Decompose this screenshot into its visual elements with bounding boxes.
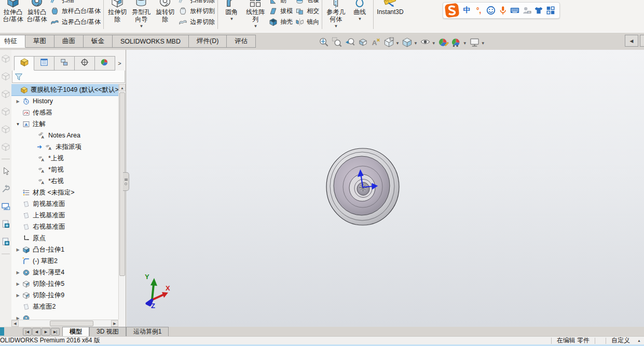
boundary-boss-button[interactable]: 边界凸台/基体 [50, 17, 101, 27]
chinese-mode-icon[interactable]: 中 [461, 4, 473, 17]
loft-cut-button[interactable]: 放样切割 [178, 6, 215, 17]
tab-曲面[interactable]: 曲面 [54, 35, 84, 48]
loft-boss-button[interactable]: 放样凸台/基体 [50, 6, 101, 17]
tree-vertical-scrollbar[interactable]: ▲ [118, 84, 126, 320]
extrude-boss-button[interactable]: 拉伸凸台/基体 [1, 0, 25, 23]
tree-item[interactable]: 上视基准面 [11, 210, 118, 221]
sweep-cut-button[interactable]: 扫描切除 [178, 0, 215, 6]
annotation-view-button[interactable]: A [369, 36, 382, 50]
tab-钣金[interactable]: 钣金 [84, 35, 113, 48]
expand-down-icon[interactable]: ▼ [15, 122, 21, 127]
revolve-cut-button[interactable]: 旋转切除 [153, 0, 177, 23]
fillet-button[interactable]: 圆角▼ [220, 0, 243, 21]
ghost-cube-icon[interactable] [1, 71, 11, 81]
hide-show-button[interactable]: ▼ [419, 36, 437, 50]
expand-right-icon[interactable]: ▶ [15, 247, 21, 252]
zoom-fit-button[interactable] [318, 36, 331, 50]
collapse-taskpane-button[interactable]: ◀ [625, 35, 638, 47]
tree-horizontal-scrollbar[interactable]: ◀ ▶ [11, 320, 118, 327]
dropdown-arrow-icon[interactable]: ▼ [481, 41, 485, 46]
status-custom-button[interactable]: 自定义 [611, 336, 630, 345]
shell-button[interactable]: 抽壳 [268, 17, 293, 27]
sogou-logo-icon[interactable] [444, 3, 460, 18]
doc-teal-icon[interactable] [1, 219, 11, 229]
expand-right-icon[interactable]: ▶ [15, 99, 21, 104]
expand-right-icon[interactable]: ▶ [15, 282, 21, 286]
emoji-icon[interactable] [485, 4, 497, 17]
tree-item[interactable]: ▶凸台-拉伸1 [11, 244, 118, 255]
previous-view-button[interactable] [344, 36, 357, 50]
prev-tab-button[interactable]: ◀ [32, 328, 41, 336]
tree-item[interactable]: A2DNotes Area [11, 130, 118, 141]
tab-草图[interactable]: 草图 [25, 35, 54, 48]
section-view-button[interactable] [357, 36, 369, 50]
tree-item[interactable]: 覆膜机轮子1049 (默认<<默认>_显 [11, 84, 118, 95]
scroll-right-icon[interactable]: ▶ [111, 320, 118, 327]
toolbox-icon[interactable] [544, 4, 556, 17]
tree-filter-row[interactable] [12, 71, 125, 83]
ghost-cube-icon[interactable] [1, 106, 11, 117]
horizontal-scroll-thumb[interactable] [50, 321, 93, 326]
monitor-small-icon[interactable] [1, 201, 11, 212]
tab-焊件(D)[interactable]: 焊件(D) [189, 35, 227, 48]
tree-item[interactable]: 原点 [11, 232, 118, 244]
tree-item[interactable]: ▶ [11, 312, 118, 320]
doc-teal-icon[interactable] [1, 237, 11, 247]
revolve-boss-button[interactable]: 旋转凸台/基体 [25, 0, 49, 23]
tree-item[interactable]: 前视基准面 [11, 198, 118, 210]
tree-item[interactable]: 材质 <未指定> [11, 187, 118, 198]
dropdown-arrow-icon[interactable]: ▼ [463, 41, 467, 46]
apply-scene-button[interactable]: ▼ [450, 36, 468, 50]
tree-item[interactable]: ▶切除-拉伸9 [11, 289, 118, 301]
dropdown-arrow-icon[interactable]: ▼ [253, 24, 257, 29]
custom-expand-icon[interactable]: ▲ [637, 339, 641, 342]
dropdown-arrow-icon[interactable]: ▼ [358, 17, 362, 21]
edit-appearance-button[interactable] [437, 36, 450, 50]
mic-icon[interactable] [497, 4, 509, 17]
configuration-tab[interactable] [54, 56, 75, 71]
wrench-icon[interactable] [1, 184, 11, 194]
graphics-area[interactable]: Y X Z [127, 50, 644, 327]
wheel-model[interactable] [325, 147, 403, 229]
tree-item[interactable]: ▼A注解 [11, 118, 118, 130]
tree-item[interactable]: A*前视 [11, 164, 118, 175]
propertymanager-tab[interactable] [34, 56, 54, 71]
expand-right-icon[interactable]: ▶ [15, 293, 21, 298]
dropdown-arrow-icon[interactable]: ▼ [432, 41, 436, 46]
dropdown-arrow-icon[interactable]: ▼ [139, 24, 143, 29]
ghost-cube-icon[interactable] [1, 124, 11, 134]
dropdown-arrow-icon[interactable]: ▼ [414, 41, 418, 46]
intersect-button[interactable]: 相交 [295, 6, 319, 17]
tree-item[interactable]: *(-) 草图2 [11, 255, 118, 267]
tree-item[interactable]: 传感器 [11, 107, 118, 118]
tree-item[interactable]: ▶旋转-薄壁4 [11, 267, 118, 278]
scroll-up-icon[interactable]: ▲ [119, 84, 126, 91]
rib-button[interactable]: 筋 [268, 0, 293, 6]
tree-item[interactable]: A*上视 [11, 153, 118, 164]
doc-tab-模型[interactable]: 模型 [62, 327, 89, 336]
appearance-tab[interactable] [95, 56, 115, 71]
doc-tab-运动算例1[interactable]: 运动算例1 [126, 327, 169, 336]
dropdown-arrow-icon[interactable]: ▼ [334, 24, 338, 29]
dropdown-arrow-icon[interactable]: ▼ [395, 41, 400, 46]
tab-评估[interactable]: 评估 [227, 35, 256, 48]
ghost-cube-icon[interactable] [1, 53, 11, 64]
scroll-left-icon[interactable]: ◀ [11, 320, 19, 327]
tab-特征[interactable]: 特征 [0, 35, 25, 48]
tree-item[interactable]: 基准面2 [11, 301, 118, 312]
dimxpert-tab[interactable] [75, 56, 95, 71]
tree-item[interactable]: ➜A未指派项 [11, 141, 118, 153]
panel-splitter-handle[interactable] [123, 172, 129, 191]
wardrobe-icon[interactable] [532, 4, 544, 17]
expand-right-icon[interactable]: ▶ [15, 316, 21, 320]
mirror-button[interactable]: 镜向 [295, 17, 319, 27]
doc-tab-3D 视图[interactable]: 3D 视图 [89, 327, 126, 336]
expand-right-icon[interactable]: ▶ [15, 270, 21, 275]
dropdown-arrow-icon[interactable]: ▼ [229, 17, 234, 21]
select-cursor-icon[interactable] [1, 166, 11, 176]
skin-icon[interactable]: 20 [520, 4, 532, 17]
instant3d-button[interactable]: Instant3D [375, 0, 405, 16]
last-tab-button[interactable]: ▶| [51, 328, 60, 336]
punctuation-icon[interactable]: °, [473, 4, 485, 17]
boundary-cut-button[interactable]: 边界切除 [178, 17, 215, 27]
